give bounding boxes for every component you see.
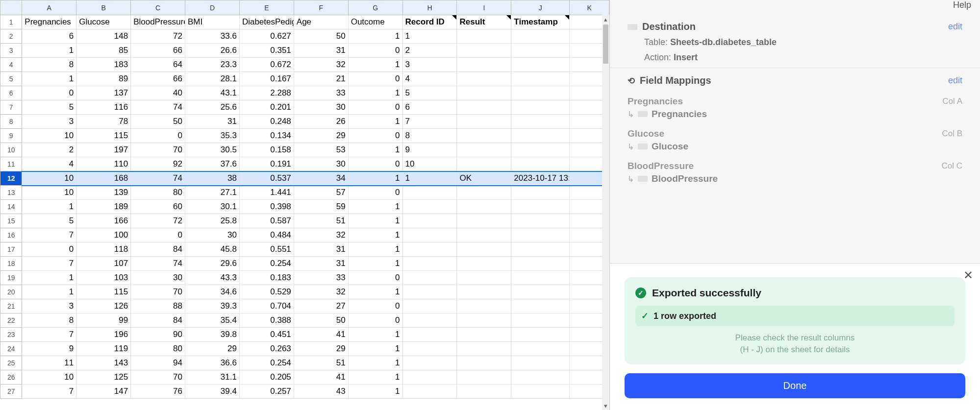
cell[interactable] — [511, 186, 570, 200]
row-header-17[interactable]: 17 — [0, 242, 22, 257]
cell[interactable]: 0.672 — [239, 58, 294, 72]
cell[interactable]: 11 — [22, 356, 76, 370]
cell[interactable]: 2023-10-17 13:45 — [511, 171, 570, 186]
cell[interactable]: 0.167 — [239, 72, 294, 86]
cell[interactable]: 35.3 — [185, 129, 240, 143]
cell[interactable]: 0.704 — [239, 299, 294, 314]
cell[interactable]: 0 — [348, 100, 402, 115]
cell[interactable]: 0.388 — [239, 314, 294, 328]
cell[interactable]: 10 — [22, 370, 76, 385]
cell[interactable]: 189 — [76, 200, 131, 214]
cell[interactable]: 5 — [402, 86, 457, 100]
cell[interactable]: 66 — [131, 44, 185, 58]
cell[interactable]: OK — [457, 171, 511, 186]
cell[interactable] — [457, 299, 511, 314]
cell[interactable]: 0.627 — [239, 29, 294, 44]
cell[interactable]: 35.4 — [185, 314, 240, 328]
cell[interactable]: 1 — [22, 44, 76, 58]
cell[interactable]: 64 — [131, 58, 185, 72]
cell[interactable]: 0 — [131, 129, 185, 143]
cell[interactable]: 1 — [22, 285, 76, 299]
cell[interactable]: 6 — [402, 100, 457, 115]
spreadsheet-area[interactable]: ABCDEFGHIJK 1PregnanciesGlucoseBloodPres… — [0, 0, 609, 410]
cell[interactable]: 76 — [131, 385, 185, 399]
cell[interactable]: 28.1 — [185, 72, 240, 86]
row-header-8[interactable]: 8 — [0, 115, 22, 129]
field-mappings-edit-link[interactable]: edit — [948, 75, 962, 86]
cell[interactable] — [457, 314, 511, 328]
cell[interactable] — [402, 242, 457, 257]
cell[interactable]: 39.8 — [185, 328, 240, 342]
cell[interactable]: 27 — [294, 299, 348, 314]
row-header-20[interactable]: 20 — [0, 285, 22, 299]
row-header-14[interactable]: 14 — [0, 200, 22, 214]
cell[interactable]: 92 — [131, 157, 185, 171]
cell[interactable]: 0.248 — [239, 115, 294, 129]
help-link[interactable]: Help — [610, 0, 980, 14]
cell[interactable]: 1 — [22, 72, 76, 86]
cell[interactable]: 1 — [22, 271, 76, 285]
cell[interactable] — [511, 29, 570, 44]
row-header-24[interactable]: 24 — [0, 342, 22, 356]
cell[interactable]: 99 — [76, 314, 131, 328]
cell[interactable]: 1 — [348, 257, 402, 271]
cell[interactable]: 53 — [294, 143, 348, 157]
cell[interactable]: 0.183 — [239, 271, 294, 285]
cell[interactable]: 70 — [131, 370, 185, 385]
cell[interactable]: 0 — [348, 157, 402, 171]
cell[interactable]: 0.263 — [239, 342, 294, 356]
cell[interactable]: 168 — [76, 171, 131, 186]
cell[interactable]: 0 — [22, 242, 76, 257]
cell[interactable]: 33 — [294, 271, 348, 285]
cell[interactable]: 72 — [131, 214, 185, 228]
cell[interactable] — [457, 86, 511, 100]
cell[interactable] — [511, 342, 570, 356]
row-header-22[interactable]: 22 — [0, 314, 22, 328]
cell[interactable]: 32 — [294, 285, 348, 299]
cell[interactable] — [511, 129, 570, 143]
cell[interactable]: 33.6 — [185, 29, 240, 44]
cell[interactable]: 25.6 — [185, 100, 240, 115]
cell[interactable]: 0 — [348, 44, 402, 58]
header-cell[interactable]: DiabetesPedigre — [239, 15, 294, 29]
cell[interactable]: 1 — [348, 86, 402, 100]
done-button[interactable]: Done — [625, 373, 965, 398]
cell[interactable]: 30 — [185, 228, 240, 242]
cell[interactable]: 57 — [294, 186, 348, 200]
cell[interactable]: 1 — [348, 171, 402, 186]
cell[interactable]: 88 — [131, 299, 185, 314]
cell[interactable]: 8 — [22, 314, 76, 328]
cell[interactable]: 85 — [76, 44, 131, 58]
cell[interactable]: 1 — [348, 242, 402, 257]
cell[interactable]: 9 — [22, 342, 76, 356]
scroll-thumb[interactable] — [603, 24, 608, 64]
column-header-K[interactable]: K — [570, 0, 609, 15]
cell[interactable]: 0 — [348, 186, 402, 200]
cell[interactable]: 0.551 — [239, 242, 294, 257]
cell[interactable]: 31 — [294, 44, 348, 58]
header-cell[interactable]: BMI — [185, 15, 240, 29]
cell[interactable]: 89 — [76, 72, 131, 86]
cell[interactable] — [457, 271, 511, 285]
cell[interactable]: 30.5 — [185, 143, 240, 157]
row-header-21[interactable]: 21 — [0, 299, 22, 314]
cell[interactable]: 7 — [402, 115, 457, 129]
row-header-15[interactable]: 15 — [0, 214, 22, 228]
cell[interactable]: 1 — [348, 228, 402, 242]
cell[interactable]: 0 — [348, 314, 402, 328]
cell[interactable] — [457, 186, 511, 200]
cell[interactable] — [457, 214, 511, 228]
cell[interactable]: 0 — [348, 72, 402, 86]
scroll-down-arrow[interactable]: ▾ — [602, 401, 609, 410]
row-header-10[interactable]: 10 — [0, 143, 22, 157]
cell[interactable]: 41 — [294, 328, 348, 342]
cell[interactable]: 31 — [294, 257, 348, 271]
cell[interactable]: 1 — [22, 200, 76, 214]
cell[interactable]: 1 — [348, 356, 402, 370]
row-header-19[interactable]: 19 — [0, 271, 22, 285]
cell[interactable]: 7 — [22, 385, 76, 399]
row-header-27[interactable]: 27 — [0, 385, 22, 399]
cell[interactable]: 0.484 — [239, 228, 294, 242]
row-header-2[interactable]: 2 — [0, 29, 22, 44]
cell[interactable]: 0.205 — [239, 370, 294, 385]
